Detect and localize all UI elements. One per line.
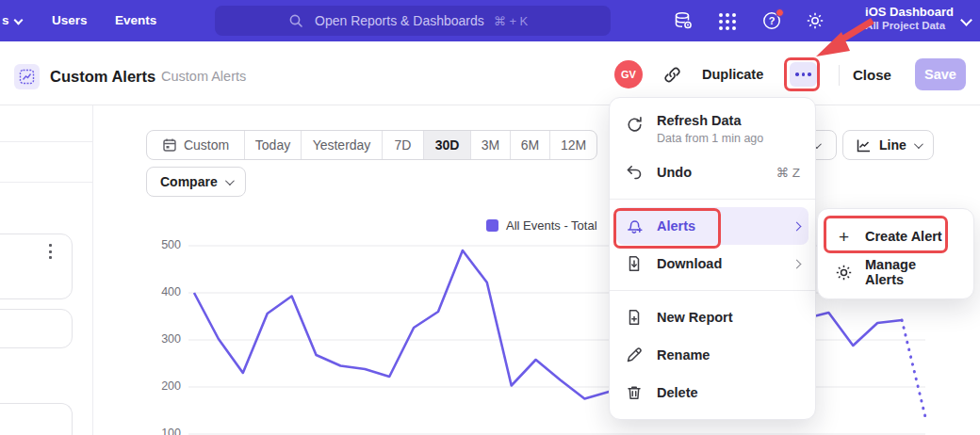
menu-item-label: Download bbox=[657, 256, 722, 271]
menu-item-label: Delete bbox=[657, 385, 698, 400]
menu-item-label: New Report bbox=[657, 310, 733, 325]
menu-item-sublabel: Data from 1 min ago bbox=[657, 132, 763, 145]
submenu-item-label: Manage Alerts bbox=[865, 257, 956, 287]
notification-dot bbox=[776, 8, 784, 17]
report-icon bbox=[14, 64, 40, 89]
compare-label: Compare bbox=[160, 174, 218, 189]
legend-label: All Events - Total bbox=[506, 218, 597, 233]
search-shortcut: ⌘ + K bbox=[494, 14, 529, 28]
page-title: Custom Alerts bbox=[50, 68, 155, 86]
nav-item-users[interactable]: Users bbox=[52, 13, 88, 27]
range-12m[interactable]: 12M bbox=[550, 131, 596, 159]
top-navigation-bar: s Users Events Open Reports & Dashboards… bbox=[0, 0, 980, 41]
range-6m[interactable]: 6M bbox=[511, 131, 550, 159]
submenu-item-create-alert[interactable]: + Create Alert bbox=[818, 218, 973, 254]
menu-item-download[interactable]: Download bbox=[610, 245, 815, 282]
menu-item-label: Undo bbox=[657, 165, 692, 180]
new-report-icon bbox=[625, 308, 644, 327]
range-today[interactable]: Today bbox=[245, 131, 302, 159]
nav-fragment-label: s bbox=[2, 13, 9, 27]
header-divider bbox=[839, 65, 840, 86]
gear-icon bbox=[835, 264, 853, 282]
menu-item-shortcut: ⌘ Z bbox=[776, 165, 801, 180]
query-builder-card[interactable] bbox=[0, 234, 73, 299]
kebab-menu-icon[interactable] bbox=[49, 244, 52, 259]
search-placeholder: Open Reports & Dashboards bbox=[315, 13, 484, 28]
data-icon[interactable] bbox=[673, 10, 694, 31]
project-title: iOS Dashboard bbox=[865, 5, 954, 19]
project-switcher[interactable]: iOS Dashboard All Project Data bbox=[865, 5, 954, 31]
chevron-down-icon bbox=[960, 14, 972, 26]
menu-item-refresh-data[interactable]: Refresh Data Data from 1 min ago bbox=[610, 106, 815, 153]
chevron-down-icon bbox=[914, 139, 923, 149]
chart-type-label: Line bbox=[879, 137, 906, 153]
refresh-icon bbox=[625, 115, 644, 134]
nav-item-events[interactable]: Events bbox=[115, 13, 156, 27]
menu-item-label: Refresh Data bbox=[657, 113, 741, 128]
menu-item-label: Rename bbox=[657, 347, 710, 362]
more-options-button[interactable] bbox=[790, 62, 817, 87]
y-axis-tick: 100 bbox=[141, 427, 181, 435]
trash-icon bbox=[625, 383, 644, 402]
menu-divider bbox=[610, 199, 815, 200]
menu-item-rename[interactable]: Rename bbox=[610, 336, 815, 374]
range-3m[interactable]: 3M bbox=[471, 131, 511, 159]
breadcrumb: Custom Alerts bbox=[161, 69, 246, 84]
range-label: Custom bbox=[184, 137, 229, 153]
submenu-item-manage-alerts[interactable]: Manage Alerts bbox=[818, 254, 973, 290]
chevron-down-icon bbox=[13, 16, 23, 25]
close-button[interactable]: Close bbox=[853, 67, 891, 83]
project-subtitle: All Project Data bbox=[865, 20, 954, 31]
global-search-input[interactable]: Open Reports & Dashboards ⌘ + K bbox=[215, 6, 611, 36]
calendar-icon bbox=[162, 137, 177, 153]
menu-item-undo[interactable]: Undo ⌘ Z bbox=[610, 153, 815, 191]
chevron-right-icon bbox=[792, 221, 802, 231]
apps-grid-icon[interactable] bbox=[718, 12, 739, 33]
compare-button[interactable]: Compare bbox=[146, 167, 246, 197]
alerts-submenu: + Create Alert Manage Alerts bbox=[817, 208, 974, 299]
sidebar-row-divider bbox=[0, 141, 92, 142]
legend-swatch bbox=[486, 219, 498, 232]
nav-item-fragment[interactable]: s bbox=[2, 13, 22, 27]
menu-divider bbox=[610, 290, 815, 291]
svg-text:?: ? bbox=[769, 15, 776, 26]
menu-item-new-report[interactable]: New Report bbox=[610, 298, 815, 336]
query-builder-card[interactable] bbox=[0, 309, 73, 348]
range-yesterday[interactable]: Yesterday bbox=[302, 131, 383, 159]
range-30d[interactable]: 30D bbox=[424, 131, 471, 159]
avatar[interactable]: GV bbox=[614, 60, 643, 89]
bell-plus-icon bbox=[625, 217, 644, 235]
y-axis-tick: 300 bbox=[141, 332, 181, 346]
context-menu: Refresh Data Data from 1 min ago Undo ⌘ … bbox=[609, 97, 816, 420]
chart-legend: All Events - Total bbox=[486, 218, 597, 233]
range-7d[interactable]: 7D bbox=[383, 131, 424, 159]
plus-icon: + bbox=[835, 228, 853, 246]
chevron-right-icon bbox=[792, 259, 802, 268]
menu-item-alerts[interactable]: Alerts bbox=[616, 207, 808, 245]
duplicate-button[interactable]: Duplicate bbox=[702, 67, 763, 82]
y-axis-tick: 500 bbox=[141, 238, 181, 251]
help-icon[interactable]: ? bbox=[761, 10, 782, 31]
copy-link-icon[interactable] bbox=[663, 66, 681, 88]
download-icon bbox=[625, 254, 644, 273]
range-custom[interactable]: Custom bbox=[147, 131, 245, 159]
undo-icon bbox=[625, 163, 644, 182]
date-range-segmented-control: Custom Today Yesterday 7D 30D 3M 6M 12M bbox=[146, 130, 597, 160]
sidebar-divider bbox=[92, 105, 93, 435]
query-builder-card[interactable] bbox=[0, 403, 73, 435]
search-icon bbox=[288, 13, 303, 28]
submenu-item-label: Create Alert bbox=[865, 229, 942, 244]
y-axis-tick: 400 bbox=[141, 285, 181, 298]
chart-type-button[interactable]: Line bbox=[842, 130, 934, 160]
save-button[interactable]: Save bbox=[915, 58, 966, 90]
line-chart-icon bbox=[856, 137, 872, 153]
menu-item-label: Alerts bbox=[657, 218, 695, 234]
pencil-icon bbox=[625, 346, 644, 364]
chevron-down-icon bbox=[225, 176, 235, 185]
menu-item-delete[interactable]: Delete bbox=[610, 374, 815, 411]
y-axis-tick: 200 bbox=[141, 379, 181, 393]
settings-icon[interactable] bbox=[805, 10, 825, 31]
sidebar-row-divider bbox=[0, 182, 92, 183]
